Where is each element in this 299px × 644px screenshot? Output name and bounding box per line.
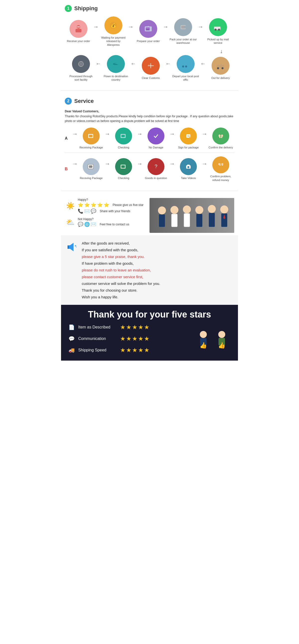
row-b-label: B [65, 167, 69, 171]
ship-step-9: Flown to destination country [102, 55, 130, 82]
svg-rect-53 [219, 137, 220, 138]
svg-rect-58 [121, 165, 125, 168]
service-a-label-3: No Damage [149, 146, 163, 149]
svg-rect-1 [76, 29, 82, 32]
svg-marker-14 [220, 27, 222, 29]
svb-arrow-1: → [105, 161, 110, 167]
ship-step-2: 💰 Waiting for payment released by Aliexp… [100, 16, 127, 46]
ship-label-5: Picked up by mail service [204, 38, 232, 45]
svg-rect-81 [209, 213, 215, 227]
service-a-icon-1 [83, 128, 100, 144]
rating-icon-2: 💬 [69, 336, 75, 342]
arrow-4: → [198, 24, 203, 30]
svb-arrow-3: → [169, 161, 175, 167]
ship-label-7: Depart your local post offic [172, 74, 199, 82]
happy-text: Please give us five-star [113, 203, 144, 207]
announcement-section: After the goods are received, If you are… [61, 235, 238, 305]
ratings-column: 📄 Item as Described ★★★★★ 💬 Communicatio… [69, 324, 150, 356]
announce-text: After the goods are received, If you are… [82, 240, 160, 300]
happy-row: ☀️ Happy? ⭐⭐⭐⭐⭐ Please give us five-star… [65, 198, 147, 214]
svg-point-25 [185, 66, 187, 68]
service-b-label-1: Receving Package [80, 176, 103, 180]
ship-label-2: Waiting for payment released by Aliexpre… [100, 36, 127, 46]
svg-rect-73 [159, 214, 165, 227]
service-a-label-4: Sign for package [178, 146, 199, 149]
service-intro: Dear Valued Customers, Thanks for choosi… [65, 109, 234, 124]
svg-marker-23 [188, 64, 190, 66]
happy-section: ☀️ Happy? ⭐⭐⭐⭐⭐ Please give us five-star… [61, 196, 238, 235]
ship-label-6: Out for delivery [211, 76, 230, 80]
arrow-2: → [128, 24, 134, 30]
svb-arrow-2: → [137, 161, 143, 167]
ship-step-8: ✓ Clear Customs [137, 57, 164, 80]
ship-icon-8: ✓ [142, 57, 160, 75]
svg-text:?: ? [154, 164, 157, 169]
svg-rect-21 [220, 64, 221, 65]
svg-rect-79 [196, 214, 202, 227]
ship-label-4: Pack your order at our warehouse [169, 38, 197, 45]
svg-rect-56 [89, 165, 92, 168]
shipping-section: 1 Shipping Receive your order → 💰 Waitin… [61, 0, 238, 86]
service-b-icon-4 [180, 158, 197, 175]
service-b-step-4: Take Videos [176, 158, 201, 180]
svb-arrow-4: → [202, 161, 207, 167]
svg-point-51 [218, 134, 220, 137]
svg-point-44 [152, 132, 160, 140]
ship-label-10: Processed through sort facility [67, 74, 95, 82]
ship-step-1: Receive your order [65, 20, 92, 43]
svg-point-20 [221, 67, 223, 69]
happy-share-icons: 📞✉️💬 [78, 208, 96, 214]
arrow-down: ↓ [65, 48, 234, 54]
service-a-label-2: Checking [118, 146, 129, 149]
ship-step-6: Out for delivery [207, 57, 234, 80]
stars-3: ★★★★★ [120, 347, 150, 354]
rating-label-2: Communication [78, 336, 118, 341]
rating-item-communication: 💬 Communication ★★★★★ [69, 335, 150, 342]
svg-point-88 [76, 246, 77, 248]
ship-icon-2: 💰 [104, 16, 122, 34]
rating-icon-1: 📄 [69, 324, 75, 330]
service-a-label-5: Confirm the delivery [209, 146, 233, 149]
service-a-icon-5 [212, 128, 229, 144]
staff-photo [150, 198, 234, 233]
rating-item-shipping: 🚚 Shipping Speed ★★★★★ [69, 347, 150, 354]
service-row-b: B → Receving Package → Checking → ? Good… [65, 156, 234, 182]
svg-point-50 [217, 132, 224, 140]
service-b-label-3: Goods in question [145, 176, 167, 180]
svg-rect-54 [221, 137, 222, 138]
svg-point-15 [214, 29, 216, 31]
happy-share-text: Share with your friends [100, 210, 130, 213]
svg-rect-86 [68, 246, 69, 249]
ship-step-3: Prepare your order [135, 20, 162, 43]
service-title: 2 Service [65, 98, 234, 104]
svg-point-80 [208, 205, 216, 213]
service-section: 2 Service Dear Valued Customers, Thanks … [61, 95, 238, 186]
not-happy-social-icons: 💬🌐✉️ [78, 222, 96, 227]
svg-point-92 [218, 331, 225, 338]
ship-step-7: Depart your local post offic [172, 55, 199, 82]
happy-label: Happy? [78, 198, 144, 202]
svg-point-24 [182, 66, 184, 68]
ship-icon-1 [70, 20, 88, 38]
happy-icon: ☀️ [65, 200, 76, 212]
sva-arrow-2: → [137, 131, 143, 137]
service-b-step-5: $$ Confirm problem, refund money [208, 156, 233, 182]
arrow-7: ← [131, 60, 136, 67]
ship-icon-3 [139, 20, 157, 38]
arrow-8: ← [96, 60, 101, 67]
ship-icon-5 [209, 18, 227, 36]
service-b-step-2: Checking [111, 158, 136, 180]
service-a-step-3: No Damage [144, 128, 168, 149]
svg-point-78 [195, 206, 203, 214]
service-a-label-1: Receiving Package [80, 146, 103, 149]
divider-1 [61, 90, 238, 91]
row-a-arrow-start: → [72, 131, 78, 137]
arrow-6: ← [165, 60, 171, 67]
ship-icon-10 [72, 55, 90, 73]
not-happy-row: ⛅ Not Happy? 💬🌐✉️ Feel free to contact u… [65, 217, 147, 228]
ship-label-3: Prepare your order [137, 39, 160, 43]
svg-rect-2 [77, 26, 80, 28]
happy-left: ☀️ Happy? ⭐⭐⭐⭐⭐ Please give us five-star… [65, 198, 150, 233]
svg-rect-26 [183, 62, 186, 64]
service-b-label-2: Checking [118, 176, 129, 180]
